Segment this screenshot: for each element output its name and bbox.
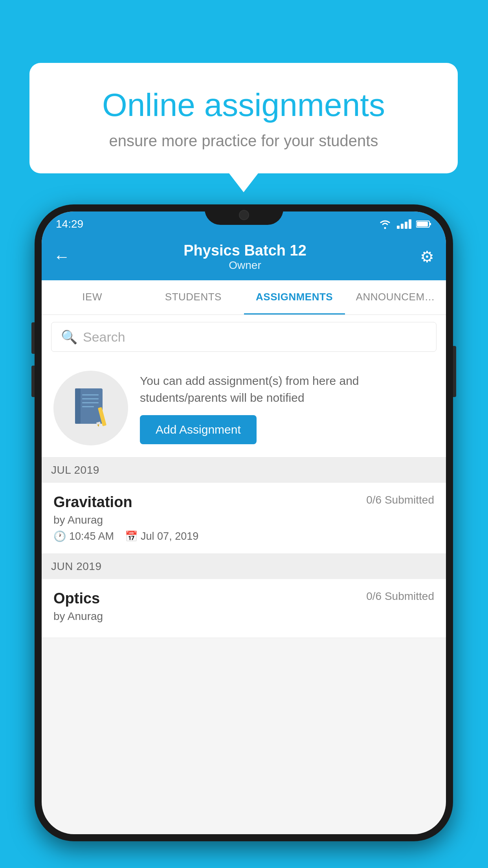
assignment-top-row: Gravitation 0/6 Submitted xyxy=(53,494,434,511)
phone-outer: 14:29 xyxy=(35,204,453,841)
table-row[interactable]: Gravitation 0/6 Submitted by Anurag 🕐 10… xyxy=(42,483,446,554)
table-row[interactable]: Optics 0/6 Submitted by Anurag xyxy=(42,579,446,638)
assignment-meta: 🕐 10:45 AM 📅 Jul 07, 2019 xyxy=(53,530,434,542)
app-header: ← Physics Batch 12 Owner ⚙ xyxy=(42,233,446,280)
phone-notch xyxy=(205,204,283,225)
assignment-time: 🕐 10:45 AM xyxy=(53,530,114,542)
section-header-jun: JUN 2019 xyxy=(42,554,446,579)
svg-rect-9 xyxy=(82,406,94,407)
notebook-icon xyxy=(71,386,110,430)
calendar-icon: 📅 xyxy=(125,530,138,542)
tab-announcements[interactable]: ANNOUNCEM… xyxy=(345,280,446,314)
assignment-author: by Anurag xyxy=(53,514,434,526)
search-bar[interactable]: 🔍 Search xyxy=(51,322,437,352)
header-center: Physics Batch 12 Owner xyxy=(183,242,306,272)
info-card: You can add assignment(s) from here and … xyxy=(42,359,446,458)
info-text-block: You can add assignment(s) from here and … xyxy=(140,372,434,444)
volume-up-button xyxy=(31,322,35,354)
signal-icon xyxy=(397,219,411,229)
section-header-jul: JUL 2019 xyxy=(42,458,446,483)
speech-bubble: Online assignments ensure more practice … xyxy=(29,63,458,173)
back-button[interactable]: ← xyxy=(53,247,70,266)
info-description: You can add assignment(s) from here and … xyxy=(140,372,434,406)
search-input[interactable]: Search xyxy=(83,329,125,345)
front-camera xyxy=(239,210,249,220)
assignment-date: 📅 Jul 07, 2019 xyxy=(125,530,198,542)
phone-container: 14:29 xyxy=(35,204,453,841)
header-subtitle: Owner xyxy=(183,259,306,272)
svg-rect-2 xyxy=(429,223,431,225)
tab-assignments[interactable]: ASSIGNMENTS xyxy=(244,280,345,314)
battery-icon xyxy=(416,220,432,228)
svg-rect-5 xyxy=(75,388,81,424)
svg-rect-3 xyxy=(417,222,428,226)
settings-button[interactable]: ⚙ xyxy=(420,248,434,266)
status-icons xyxy=(378,219,432,229)
assignment-top-row: Optics 0/6 Submitted xyxy=(53,590,434,607)
tabs-bar: IEW STUDENTS ASSIGNMENTS ANNOUNCEM… xyxy=(42,280,446,315)
assignment-title: Optics xyxy=(53,590,100,607)
assignment-author: by Anurag xyxy=(53,610,434,623)
speech-bubble-subtitle: ensure more practice for your students xyxy=(57,132,430,150)
status-time: 14:29 xyxy=(56,218,83,230)
phone-screen: 14:29 xyxy=(42,211,446,834)
add-assignment-button[interactable]: Add Assignment xyxy=(140,415,257,444)
svg-rect-8 xyxy=(82,402,99,403)
search-container: 🔍 Search xyxy=(42,315,446,359)
svg-rect-6 xyxy=(82,394,99,395)
assignment-title: Gravitation xyxy=(53,494,132,511)
tab-iew[interactable]: IEW xyxy=(42,280,143,314)
speech-bubble-title: Online assignments xyxy=(57,86,430,123)
clock-icon: 🕐 xyxy=(53,530,66,542)
notebook-icon-circle xyxy=(53,371,128,445)
tab-students[interactable]: STUDENTS xyxy=(143,280,244,314)
wifi-icon xyxy=(378,219,392,229)
assignment-submitted: 0/6 Submitted xyxy=(366,590,434,603)
search-icon: 🔍 xyxy=(61,329,77,345)
svg-rect-7 xyxy=(82,398,99,399)
volume-down-button xyxy=(31,366,35,397)
svg-point-0 xyxy=(384,227,386,229)
header-title: Physics Batch 12 xyxy=(183,242,306,259)
assignment-submitted: 0/6 Submitted xyxy=(366,494,434,506)
speech-bubble-container: Online assignments ensure more practice … xyxy=(29,63,458,173)
power-button xyxy=(453,346,456,397)
